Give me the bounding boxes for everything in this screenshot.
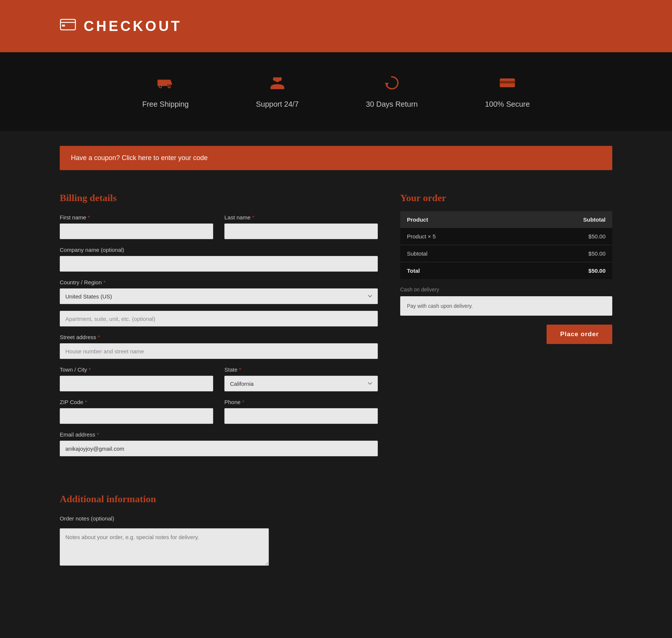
checkout-icon: [60, 16, 76, 36]
features-bar: Free Shipping Support 24/7 30 Days Retur…: [0, 52, 672, 131]
free-shipping-label: Free Shipping: [142, 100, 189, 109]
country-select[interactable]: United States (US): [60, 288, 378, 304]
company-label: Company name (optional): [60, 247, 378, 253]
product-col-header: Product: [400, 211, 515, 228]
subtotal-col-header: Subtotal: [515, 211, 612, 228]
return-label: 30 Days Return: [366, 100, 418, 109]
order-notes-group: Order notes (optional): [60, 515, 612, 566]
email-input[interactable]: [60, 441, 378, 456]
city-input[interactable]: [60, 376, 213, 391]
phone-input[interactable]: [224, 408, 378, 424]
order-row-total: Total $50.00: [400, 262, 612, 279]
additional-section: Additional information Order notes (opti…: [0, 494, 672, 595]
order-notes-textarea[interactable]: [60, 528, 269, 566]
svg-rect-16: [505, 84, 508, 85]
email-group: Email address *: [60, 431, 378, 456]
return-icon: [383, 75, 400, 95]
total-label: Total: [400, 262, 515, 279]
page-header: CHECKOUT: [0, 0, 672, 52]
main-content: Billing details First name * Last name *…: [0, 185, 672, 494]
feature-free-shipping: Free Shipping: [142, 75, 189, 109]
state-select[interactable]: California: [224, 376, 378, 391]
billing-section: Billing details First name * Last name *…: [60, 193, 378, 464]
phone-group: Phone *: [224, 399, 378, 424]
subtotal-label: Subtotal: [400, 245, 515, 262]
order-row-subtotal: Subtotal $50.00: [400, 245, 612, 262]
page-title: CHECKOUT: [84, 18, 182, 34]
zip-phone-row: ZIP Code * Phone *: [60, 399, 378, 424]
order-notes-label: Order notes (optional): [60, 515, 612, 522]
secure-icon: [499, 75, 516, 95]
payment-description: Pay with cash upon delivery.: [400, 296, 612, 316]
svg-point-8: [168, 86, 170, 87]
street-input[interactable]: [60, 343, 378, 359]
first-name-group: First name *: [60, 214, 213, 239]
street-label: Street address *: [60, 334, 378, 340]
apartment-input[interactable]: [60, 311, 378, 326]
company-row: Company name (optional): [60, 247, 378, 272]
country-row: Country / Region * United States (US): [60, 279, 378, 326]
svg-rect-2: [62, 25, 65, 26]
city-label: Town / City *: [60, 366, 213, 373]
payment-method-label: Cash on delivery: [400, 287, 612, 293]
country-label: Country / Region *: [60, 279, 378, 285]
svg-marker-4: [168, 80, 172, 85]
last-name-input[interactable]: [224, 223, 378, 239]
product-label: Product × 5: [400, 228, 515, 245]
country-group: Country / Region * United States (US): [60, 279, 378, 326]
order-title: Your order: [400, 193, 612, 204]
svg-rect-15: [501, 84, 504, 85]
zip-input[interactable]: [60, 408, 213, 424]
subtotal-value: $50.00: [515, 245, 612, 262]
order-row-product: Product × 5 $50.00: [400, 228, 612, 245]
total-value: $50.00: [515, 262, 612, 279]
order-table: Product Subtotal Product × 5 $50.00 Subt…: [400, 211, 612, 279]
coupon-banner[interactable]: Have a coupon? Click here to enter your …: [60, 146, 612, 170]
phone-label: Phone *: [224, 399, 378, 405]
coupon-text: Have a coupon? Click here to enter your …: [71, 154, 208, 162]
city-group: Town / City *: [60, 366, 213, 391]
svg-point-11: [279, 77, 281, 81]
email-row: Email address *: [60, 431, 378, 456]
email-label: Email address *: [60, 431, 378, 438]
state-group: State * California: [224, 366, 378, 391]
support-label: Support 24/7: [256, 100, 299, 109]
support-icon: [269, 75, 286, 95]
additional-title: Additional information: [60, 494, 612, 505]
truck-icon: [157, 75, 174, 95]
first-name-input[interactable]: [60, 223, 213, 239]
billing-title: Billing details: [60, 193, 378, 204]
company-input[interactable]: [60, 256, 378, 272]
city-state-row: Town / City * State * California: [60, 366, 378, 391]
feature-support: Support 24/7: [256, 75, 299, 109]
street-row: Street address *: [60, 334, 378, 359]
place-order-button[interactable]: Place order: [547, 325, 612, 344]
state-label: State *: [224, 366, 378, 373]
svg-rect-3: [158, 80, 168, 86]
zip-group: ZIP Code *: [60, 399, 213, 424]
first-name-label: First name *: [60, 214, 213, 221]
feature-secure: 100% Secure: [485, 75, 530, 109]
svg-marker-12: [385, 83, 389, 87]
last-name-group: Last name *: [224, 214, 378, 239]
name-row: First name * Last name *: [60, 214, 378, 239]
zip-label: ZIP Code *: [60, 399, 213, 405]
company-group: Company name (optional): [60, 247, 378, 272]
order-section: Your order Product Subtotal Product × 5 …: [400, 193, 612, 344]
svg-point-10: [273, 77, 276, 81]
last-name-label: Last name *: [224, 214, 378, 221]
feature-return: 30 Days Return: [366, 75, 418, 109]
secure-label: 100% Secure: [485, 100, 530, 109]
svg-point-7: [160, 86, 161, 87]
svg-rect-14: [500, 81, 515, 84]
product-value: $50.00: [515, 228, 612, 245]
street-group: Street address *: [60, 334, 378, 359]
